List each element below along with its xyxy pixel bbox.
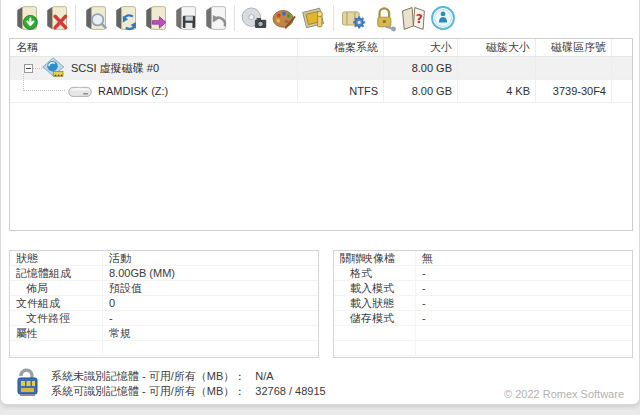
- detail-row: 記憶體組成 8.00GB (MM): [10, 266, 318, 281]
- detail-row: 狀態 活動: [10, 251, 318, 266]
- disk-list-header: 名稱 檔案系統 大小 磁簇大小 磁碟區序號: [10, 39, 632, 57]
- delete-disk-button[interactable]: [41, 3, 71, 34]
- detail-row: 佈局 預設值: [10, 281, 318, 296]
- save-mode-value: -: [416, 311, 632, 325]
- options-button[interactable]: [338, 3, 368, 34]
- license-lock-icon: [369, 4, 397, 32]
- restore-image-folder-icon: [201, 4, 229, 32]
- unmanaged-memory-value: N/A: [255, 369, 273, 384]
- associated-image-value: 無: [416, 251, 632, 265]
- status-value: 活動: [103, 251, 318, 265]
- help-book-icon: ?: [399, 4, 427, 32]
- format-value: -: [416, 266, 632, 280]
- tree-connector: [23, 74, 65, 91]
- license-button[interactable]: [368, 3, 398, 34]
- detail-row: 文件路徑 -: [10, 311, 318, 326]
- collapse-expander-icon[interactable]: [24, 64, 33, 73]
- detail-row: 格式 -: [334, 266, 632, 281]
- detail-row: 屬性 常規: [10, 326, 318, 341]
- table-row-scsi-disk[interactable]: SCSI 虛擬磁碟 #0 8.00 GB: [10, 57, 632, 80]
- detail-row: 關聯映像檔 無: [334, 251, 632, 266]
- svg-text:?: ?: [416, 12, 423, 26]
- tree-connector: [33, 68, 42, 69]
- load-status-value: -: [416, 296, 632, 310]
- delete-disk-folder-icon: [42, 4, 70, 32]
- volume-size-value: 8.00 GB: [384, 80, 458, 102]
- volume-cluster-value: 4 KB: [458, 80, 536, 102]
- about-button[interactable]: [428, 3, 458, 34]
- language-book-icon: [300, 4, 328, 32]
- toolbar-separator: [333, 5, 334, 31]
- toolbar-separator: [234, 5, 235, 31]
- column-header-name[interactable]: 名稱: [10, 39, 298, 56]
- view-disk-folder-icon: [81, 4, 109, 32]
- volume-filesystem-value: NTFS: [298, 80, 384, 102]
- view-disk-button[interactable]: [80, 3, 110, 34]
- app-window: ? 名稱 檔案系統 大小 磁簇大小 磁碟區序號: [0, 0, 640, 405]
- volume-serial-value: 3739-30F4: [536, 80, 612, 102]
- restore-image-button[interactable]: [200, 3, 230, 34]
- attributes-value: 常規: [103, 326, 318, 340]
- create-disk-folder-icon: [12, 4, 40, 32]
- image-tool-disc-icon: [240, 4, 268, 32]
- unmanaged-memory-label: 系統未識別記憶體 - 可用/所有（MB）：: [51, 369, 245, 384]
- help-button[interactable]: ?: [398, 3, 428, 34]
- column-header-size[interactable]: 大小: [384, 39, 458, 56]
- disk-size-value: 8.00 GB: [384, 57, 458, 79]
- table-row-ramdisk-volume[interactable]: RAMDISK (Z:) NTFS 8.00 GB 4 KB 3739-30F4: [10, 80, 632, 103]
- unmanaged-memory-line: 系統未識別記憶體 - 可用/所有（MB）： N/A: [51, 369, 326, 384]
- appearance-palette-icon: [270, 4, 298, 32]
- export-disk-button[interactable]: [140, 3, 170, 34]
- memory-composition-value: 8.00GB (MM): [103, 266, 318, 280]
- image-details-panel: 關聯映像檔 無 格式 - 載入模式 - 載入狀態 - 儲存模式 -: [333, 250, 633, 358]
- disk-name-label: SCSI 虛擬磁碟 #0: [71, 61, 159, 76]
- managed-memory-line: 系統可識別記憶體 - 可用/所有（MB）： 32768 / 48915: [51, 384, 326, 399]
- disk-details-panel: 狀態 活動 記憶體組成 8.00GB (MM) 佈局 預設值 文件組成 0 文件…: [9, 250, 319, 358]
- refresh-folder-icon: [111, 4, 139, 32]
- load-mode-value: -: [416, 281, 632, 295]
- layout-value: 預設值: [103, 281, 318, 295]
- options-package-gear-icon: [339, 4, 367, 32]
- detail-row: 載入模式 -: [334, 281, 632, 296]
- toolbar-separator: [75, 5, 76, 31]
- toolbar: ?: [1, 0, 639, 36]
- save-image-folder-icon: [171, 4, 199, 32]
- refresh-button[interactable]: [110, 3, 140, 34]
- column-header-filesystem[interactable]: 檔案系統: [298, 39, 384, 56]
- language-button[interactable]: [299, 3, 329, 34]
- file-composition-value: 0: [103, 296, 318, 310]
- disk-list-empty-area: [10, 103, 632, 231]
- column-header-serial[interactable]: 磁碟區序號: [536, 39, 612, 56]
- detail-row: 儲存模式 -: [334, 311, 632, 326]
- copyright-label: © 2022 Romex Software: [504, 388, 624, 400]
- memory-status-bar: 系統未識別記憶體 - 可用/所有（MB）： N/A 系統可識別記憶體 - 可用/…: [15, 367, 326, 401]
- column-header-cluster-size[interactable]: 磁簇大小: [458, 39, 536, 56]
- appearance-button[interactable]: [269, 3, 299, 34]
- detail-row: 載入狀態 -: [334, 296, 632, 311]
- create-disk-button[interactable]: [11, 3, 41, 34]
- disk-list: 名稱 檔案系統 大小 磁簇大小 磁碟區序號 SCSI 虛擬磁碟 #0: [9, 38, 633, 231]
- memory-wrench-icon: [15, 367, 41, 401]
- image-tool-button[interactable]: [239, 3, 269, 34]
- volume-name-label: RAMDISK (Z:): [98, 85, 168, 97]
- save-image-button[interactable]: [170, 3, 200, 34]
- export-disk-folder-icon: [141, 4, 169, 32]
- file-path-value: -: [103, 311, 318, 325]
- about-info-icon: [429, 4, 457, 32]
- detail-row: 文件組成 0: [10, 296, 318, 311]
- managed-memory-value: 32768 / 48915: [255, 384, 325, 399]
- ramdisk-drive-icon: [68, 85, 92, 100]
- managed-memory-label: 系統可識別記憶體 - 可用/所有（MB）：: [51, 384, 245, 399]
